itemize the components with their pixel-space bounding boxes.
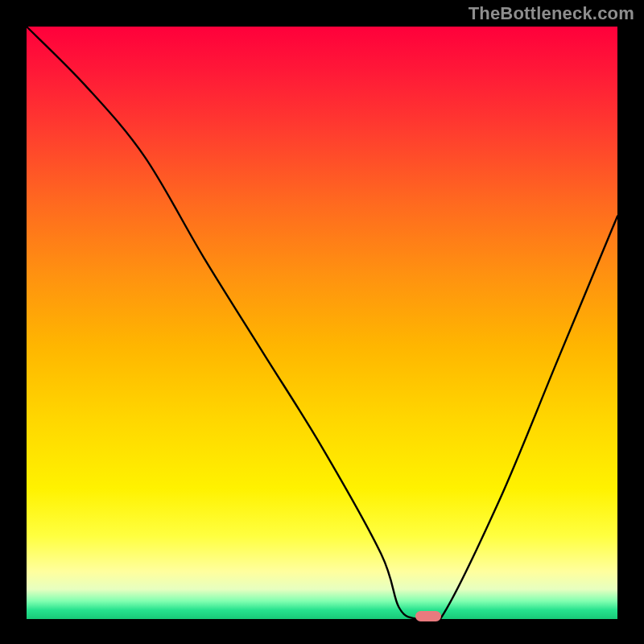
- optimal-marker: [415, 611, 441, 621]
- bottleneck-curve: [27, 27, 617, 619]
- watermark-text: TheBottleneck.com: [469, 3, 634, 24]
- chart-frame: TheBottleneck.com: [0, 0, 644, 644]
